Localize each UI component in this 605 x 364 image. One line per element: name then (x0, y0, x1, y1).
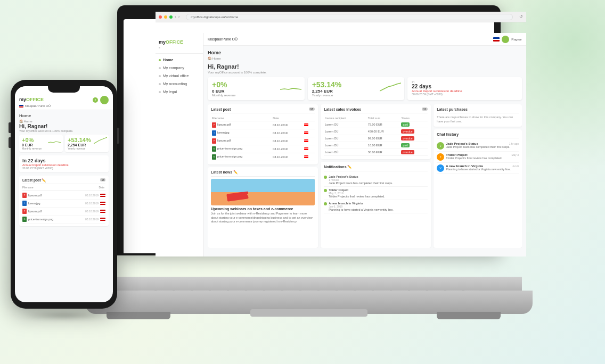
file-flag (100, 210, 105, 213)
laptop-trackpad (250, 309, 367, 317)
chat-avatar: J (437, 142, 444, 150)
phone-screen: myOFFICE 2 KlaspäarPunk OÜ Home 🏠 Ho (15, 86, 113, 302)
table-row: Lorem OÜ 16.00 EUR paid (324, 142, 428, 149)
purchases-empty-text: There are no purchases to show for this … (437, 115, 494, 123)
table-row: Plipsum.pdf 03.10.2019 (211, 121, 315, 129)
total-cell: 450.00 EUR (367, 128, 400, 135)
flag-header (303, 115, 315, 121)
date-header: Date (272, 115, 303, 121)
file-cell: Plipsum.pdf (211, 121, 272, 129)
monthly-label: Monthly revenue (212, 94, 300, 97)
url-bar[interactable]: myoffice.digitalscope.eu/en/home (186, 19, 494, 20)
hamburger-menu[interactable]: ≡ (159, 46, 200, 49)
total-cell: 75.00 EUR (367, 121, 400, 128)
vo-dot (159, 75, 161, 77)
row-flag (304, 131, 308, 134)
phone-logo: myOFFICE (19, 97, 44, 102)
logo-text: myOFFICE (159, 39, 200, 45)
phone-notification-badge[interactable]: 2 (93, 97, 98, 103)
sidebar-item-legal[interactable]: My legal (156, 88, 203, 96)
status-badge: paid (401, 143, 409, 147)
table-row: Gprice-from-sign.png 03.10.2019 (211, 153, 315, 161)
volume-down-button[interactable] (9, 137, 11, 148)
volume-up-button[interactable] (9, 122, 11, 133)
phone-deadline-title: In 22 days (22, 158, 105, 163)
stats-row: +0% 0 EUR Monthly revenue +53.14% 2,254 … (208, 77, 494, 100)
file-cell: Gprice-from-sign.png (211, 153, 272, 161)
date-cell: 03.10.2019 (272, 137, 303, 145)
total-cell: 16.00 EUR (367, 142, 400, 149)
content-area: Home 🏠 Home Hi, Ragnar! Your myOffice ac… (203, 46, 494, 252)
notif-item: A new branch in Virginia Jun 6, 2019 Pla… (324, 200, 428, 213)
breadcrumb: 🏠 Home (208, 56, 494, 60)
phone-deadline-date: 30.06 23:59 (GMT +0200) (22, 167, 105, 170)
deadline-date: 30.06 23:59 (GMT +0200) (412, 93, 494, 96)
invoices-title: Latest sales invoices 11 (324, 107, 428, 113)
news-title: Latest news ✏️ (211, 170, 315, 177)
chat-title: Chat history (437, 133, 494, 138)
pdf-icon: P (212, 138, 216, 144)
company-label: My company (163, 66, 184, 70)
latest-post-panel: Latest post 18 Filename Date (208, 104, 318, 164)
phone-app: myOFFICE 2 KlaspäarPunk OÜ Home 🏠 Ho (15, 86, 113, 302)
chat-item: J Jade Project's Status 1 hr ago Jade Pr… (437, 140, 494, 152)
account-status-text: Your myOffice account is 100% complete. (208, 71, 494, 74)
laptop-device: ‹ › myoffice.digitalscope.eu/en/home ↺ m… (85, 5, 522, 335)
chat-item: T Triider Project May 3 Triider Project'… (437, 152, 494, 163)
page-title: Home (208, 50, 494, 55)
chat-avatar: V (437, 164, 444, 172)
file-type-icon: G (22, 217, 27, 222)
laptop-screen: ‹ › myoffice.digitalscope.eu/en/home ↺ m… (124, 19, 494, 253)
row-flag (304, 139, 308, 142)
phone-file-row: I lorem.jpg 03.10.2019 (22, 200, 105, 208)
post-count: 18 (309, 107, 315, 111)
phone-greeting: Hi, Ragnar! (19, 123, 109, 129)
app-sidebar: myOFFICE ≡ Home My company My virt (156, 33, 203, 253)
phone-post-header: Filename Date (22, 186, 105, 191)
file-type-icon: P (22, 193, 27, 198)
notif-message: Jade Project team has completed their fi… (329, 181, 393, 185)
row-flag (304, 147, 308, 150)
news-image (211, 179, 315, 205)
sidebar-item-company[interactable]: My company (156, 64, 203, 72)
row-flag (304, 123, 308, 126)
latest-news-panel: Latest news ✏️ Upcoming webinars on (208, 167, 318, 248)
chat-message: Jade Project team has completed their fi… (446, 145, 494, 148)
power-button[interactable] (117, 128, 119, 144)
yearly-chart (380, 81, 401, 92)
news-article-text: Join us for the joint webinar with e-Res… (211, 212, 315, 224)
file-type-icon: P (22, 209, 27, 214)
recipient-cell: Lorem OÜ (324, 121, 367, 128)
sidebar-item-accounting[interactable]: My accounting (156, 80, 203, 88)
purchases-title: Latest purchases (437, 107, 494, 113)
phone-deadline-card: In 22 days Annual Report submission dead… (19, 155, 109, 172)
monthly-revenue-card: +0% 0 EUR Monthly revenue (208, 77, 305, 100)
sidebar-item-virtual-office[interactable]: My virtual office (156, 72, 203, 80)
latest-post-title: Latest post 18 (211, 107, 315, 113)
filename: lorem.jpg (28, 202, 40, 205)
table-row: Lorem OÜ 30.00 EUR overdue (324, 149, 428, 156)
filename-header: Filename (211, 115, 272, 121)
img-icon: I (212, 130, 216, 136)
acc-dot (159, 83, 161, 85)
chat-message: Planning to have started a Virginia new … (446, 168, 494, 171)
vo-label: My virtual office (163, 74, 189, 78)
sidebar-item-home[interactable]: Home (156, 56, 203, 64)
file-date: 03.10.2019 (85, 218, 99, 221)
news-article-title: Upcoming webinars on taxes and e-commerc… (211, 207, 315, 211)
table-row: Gprice-from-sign.png 03.10.2019 (211, 145, 315, 153)
phone-avatar[interactable] (100, 96, 109, 104)
invoices-table: Invoice recipient Total sum Status Lorem (324, 115, 428, 156)
phone-file-row: P lipsum.pdf 03.10.2019 (22, 192, 105, 200)
status-header: Status (400, 115, 428, 121)
pdf-icon: P (212, 122, 216, 128)
notif-item: Jade Project's Status 1 minute Jade Proj… (324, 173, 428, 187)
phone-post-count: 18 (100, 178, 105, 181)
file-flag (100, 194, 105, 197)
table-row: Lorem OÜ 450.00 EUR overdue (324, 128, 428, 135)
png-icon: G (212, 154, 216, 160)
recipient-cell: Lorem OÜ (324, 128, 367, 135)
flag-icon (493, 37, 494, 42)
file-type-icon: I (22, 201, 27, 206)
filename-col-header: Filename (22, 186, 97, 189)
